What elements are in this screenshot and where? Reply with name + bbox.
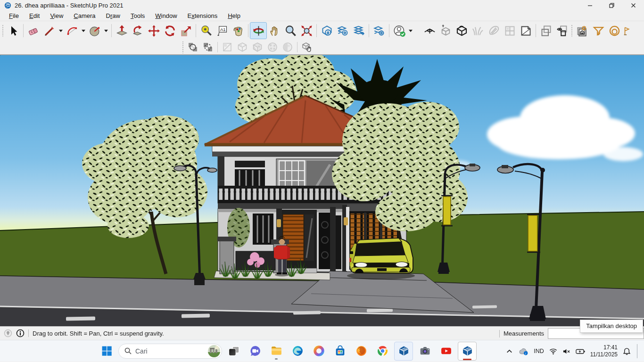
view-frame-tool[interactable] (554, 23, 570, 39)
x-ray-style[interactable] (185, 41, 200, 54)
paint-bucket-tool[interactable] (230, 23, 246, 39)
main-toolbar: A1 (0, 21, 644, 40)
menu-edit[interactable]: Edit (24, 11, 45, 20)
edge-button[interactable] (288, 342, 307, 361)
menu-tools[interactable]: Tools (125, 11, 150, 20)
menu-file[interactable]: File (4, 11, 24, 20)
manage-extensions-tool[interactable] (371, 23, 387, 39)
menu-extensions[interactable]: Extensions (182, 11, 223, 20)
camera-button[interactable] (415, 342, 434, 361)
back-edges-style[interactable] (200, 41, 215, 54)
clock[interactable]: 17:41 11/11/2025 (590, 344, 618, 358)
follow-me-tool[interactable] (130, 23, 146, 39)
push-pull-tool[interactable] (114, 23, 130, 39)
flag-tool[interactable] (622, 23, 633, 39)
chrome-button[interactable] (373, 342, 392, 361)
geolocation-icon[interactable] (4, 329, 12, 337)
toolbar-grip[interactable] (2, 25, 4, 37)
shadows-tool[interactable] (574, 23, 590, 39)
toolbar-grip[interactable] (571, 25, 573, 37)
show-desktop-strip[interactable] (637, 344, 637, 358)
tray-time: 17:41 (590, 344, 618, 351)
account-options-caret[interactable] (407, 23, 414, 39)
zoom-tool[interactable] (282, 23, 298, 39)
copilot-button[interactable] (309, 342, 328, 361)
rotate-tool[interactable] (162, 23, 178, 39)
status-separator (28, 329, 29, 337)
toolbar-separator (217, 42, 218, 52)
sketchup-active-button[interactable] (458, 342, 477, 361)
tray-chevron-icon[interactable] (505, 347, 513, 355)
toolbar-separator (196, 24, 196, 37)
language-indicator[interactable]: IND (534, 348, 544, 354)
restore-button[interactable] (601, 0, 622, 10)
share-component-tool[interactable] (351, 23, 367, 39)
style-page-tool[interactable] (518, 23, 534, 39)
eraser-tool[interactable] (25, 23, 41, 39)
monochrome-style[interactable] (280, 41, 295, 54)
shaded-style[interactable] (250, 41, 265, 54)
search-highlight-image[interactable] (208, 345, 220, 357)
3d-warehouse-tool[interactable] (319, 23, 335, 39)
tape-measure-tool[interactable] (198, 23, 214, 39)
title-bar: 26. dhea aprilliaaa - SketchUp Pro 2021 (0, 0, 644, 10)
menu-window[interactable]: Window (150, 11, 182, 20)
battery-icon[interactable] (576, 347, 585, 355)
shell-tool[interactable] (486, 23, 502, 39)
select-tool[interactable] (5, 23, 21, 39)
shaded-with-textures-style[interactable] (265, 41, 280, 54)
sketchup-pinned-button[interactable] (394, 342, 413, 361)
line-options-caret[interactable] (58, 23, 64, 39)
hidden-line-style[interactable] (235, 41, 250, 54)
pan-tool[interactable] (266, 23, 282, 39)
start-button[interactable] (97, 342, 116, 361)
close-button[interactable] (622, 0, 644, 10)
chat-button[interactable] (246, 342, 264, 361)
share-model-tool[interactable] (335, 23, 351, 39)
search-box[interactable]: Cari (118, 344, 222, 359)
zoom-extents-tool[interactable] (298, 23, 314, 39)
circle-tool[interactable] (87, 23, 103, 39)
menu-view[interactable]: View (45, 11, 68, 20)
account-button[interactable] (391, 23, 407, 39)
circle-options-caret[interactable] (103, 23, 109, 39)
line-tool[interactable] (41, 23, 58, 39)
wifi-icon[interactable] (549, 347, 557, 355)
viewport-scene[interactable] (0, 55, 644, 326)
section-plane-tool[interactable] (421, 23, 438, 39)
modeling-viewport[interactable] (0, 55, 644, 326)
menu-draw[interactable]: Draw (101, 11, 125, 20)
store-icon (334, 345, 346, 357)
yellow-car[interactable] (347, 238, 415, 280)
component-edit-tool[interactable] (299, 41, 314, 54)
window-grid-tool[interactable] (502, 23, 518, 39)
circle-tool-orange[interactable] (606, 23, 622, 39)
vegetation-tool[interactable] (470, 23, 486, 39)
task-view-button[interactable] (224, 342, 243, 361)
menu-camera[interactable]: Camera (68, 11, 100, 20)
volume-muted-icon[interactable] (562, 347, 570, 355)
arc-tool[interactable] (64, 23, 80, 39)
component-box-tool[interactable] (454, 23, 470, 39)
tray-date: 11/11/2025 (590, 351, 618, 358)
file-explorer-button[interactable] (267, 342, 286, 361)
arc-options-caret[interactable] (80, 23, 87, 39)
scale-tool[interactable] (178, 23, 194, 39)
store-button[interactable] (330, 342, 349, 361)
menu-help[interactable]: Help (223, 11, 246, 20)
component-upload-tool[interactable] (438, 23, 454, 39)
toolbar-grip[interactable] (182, 41, 184, 53)
toolbar-separator (297, 42, 297, 52)
move-tool[interactable] (146, 23, 162, 39)
light-funnel-tool[interactable] (590, 23, 606, 39)
outliner-frames-tool[interactable] (538, 23, 554, 39)
firefox-button[interactable] (352, 342, 371, 361)
onedrive-cloud-icon[interactable]: i (519, 347, 528, 355)
wireframe-style[interactable] (220, 41, 235, 54)
youtube-button[interactable] (437, 342, 455, 361)
info-icon[interactable] (16, 329, 25, 337)
notification-bell-icon[interactable] (623, 347, 631, 355)
text-tool[interactable]: A1 (214, 23, 230, 39)
minimize-button[interactable] (579, 0, 601, 10)
orbit-tool[interactable] (250, 23, 266, 39)
